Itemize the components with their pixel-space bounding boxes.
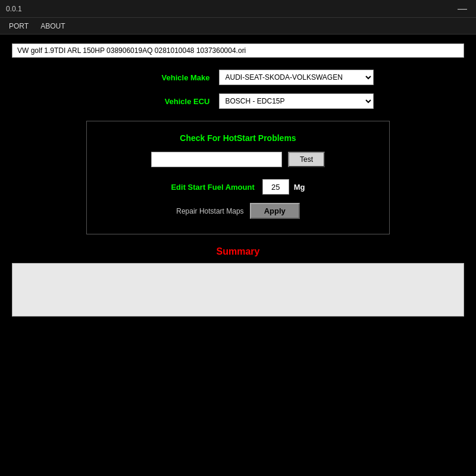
hotstart-check-input[interactable] (151, 152, 282, 167)
vehicle-ecu-select[interactable]: BOSCH - EDC15P (219, 93, 374, 109)
main-content: VW golf 1.9TDI ARL 150HP 038906019AQ 028… (0, 35, 476, 325)
vehicle-make-select[interactable]: AUDI-SEAT-SKODA-VOLKSWAGEN (219, 70, 374, 85)
summary-section: Summary (12, 246, 464, 317)
summary-title: Summary (12, 246, 464, 257)
test-button[interactable]: Test (288, 152, 325, 167)
vehicle-ecu-row: Vehicle ECU BOSCH - EDC15P (12, 93, 464, 109)
apply-button[interactable]: Apply (250, 203, 300, 219)
title-bar: 0.0.1 — (0, 0, 476, 18)
fuel-row: Edit Start Fuel Amount Mg (105, 179, 371, 195)
vehicle-make-label: Vehicle Make (103, 73, 210, 82)
fuel-label: Edit Start Fuel Amount (171, 183, 254, 192)
repair-label: Repair Hotstart Maps (176, 207, 243, 215)
hotstart-box: Check For HotStart Problems Test Edit St… (86, 121, 390, 234)
repair-row: Repair Hotstart Maps Apply (105, 203, 371, 219)
menu-bar: PORT ABOUT (0, 18, 476, 35)
hotstart-check-row: Test (105, 152, 371, 167)
hotstart-title: Check For HotStart Problems (105, 133, 371, 143)
menu-item-about[interactable]: ABOUT (35, 20, 71, 33)
fuel-value-input[interactable] (262, 179, 289, 195)
menu-item-port[interactable]: PORT (3, 20, 35, 33)
fuel-unit: Mg (294, 183, 305, 192)
file-path-bar: VW golf 1.9TDI ARL 150HP 038906019AQ 028… (12, 43, 464, 58)
summary-box (12, 263, 464, 317)
title-bar-text: 0.0.1 (6, 5, 22, 13)
minimize-button[interactable]: — (455, 4, 470, 14)
vehicle-make-row: Vehicle Make AUDI-SEAT-SKODA-VOLKSWAGEN (12, 70, 464, 85)
vehicle-ecu-label: Vehicle ECU (103, 97, 210, 106)
